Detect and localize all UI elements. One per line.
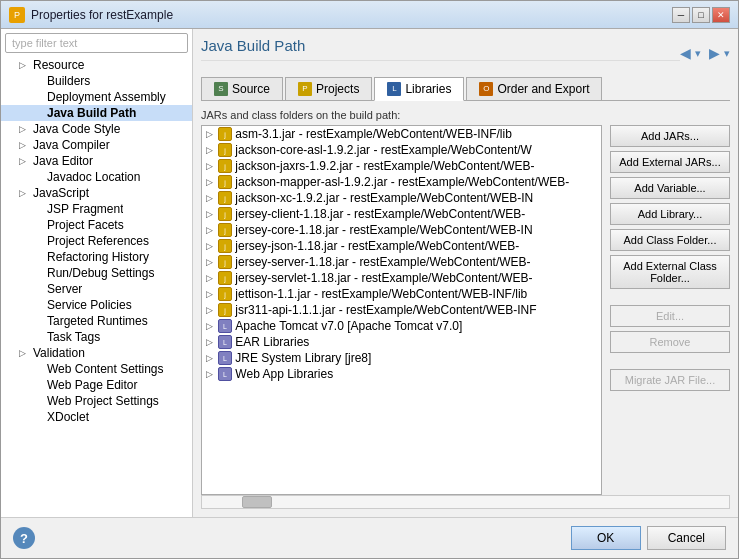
tab-projects[interactable]: P Projects — [285, 77, 372, 100]
maximize-button[interactable]: □ — [692, 7, 710, 23]
libraries-tab-icon: L — [387, 82, 401, 96]
edit-button[interactable]: Edit... — [610, 305, 730, 327]
sidebar-item-java-editor[interactable]: ▷ Java Editor — [1, 153, 192, 169]
tab-order-export[interactable]: O Order and Export — [466, 77, 602, 100]
add-class-folder-button[interactable]: Add Class Folder... — [610, 229, 730, 251]
sidebar-item-java-build-path[interactable]: Java Build Path — [1, 105, 192, 121]
back-arrow[interactable]: ◀ — [680, 45, 691, 61]
sidebar-item-label: JavaScript — [33, 186, 89, 200]
lib-icon: L — [218, 367, 232, 381]
title-bar-icon: P — [9, 7, 25, 23]
tab-projects-label: Projects — [316, 82, 359, 96]
jar-item-label: JRE System Library [jre8] — [235, 351, 371, 365]
sidebar-item-java-compiler[interactable]: ▷ Java Compiler — [1, 137, 192, 153]
sidebar-item-label: Run/Debug Settings — [47, 266, 154, 280]
title-bar: P Properties for restExample ─ □ ✕ — [1, 1, 738, 29]
lib-icon: L — [218, 351, 232, 365]
sidebar-item-task-tags[interactable]: Task Tags — [1, 329, 192, 345]
jar-item-jersey-server[interactable]: ▷ j jersey-server-1.18.jar - restExample… — [202, 254, 601, 270]
jar-item-jersey-json[interactable]: ▷ j jersey-json-1.18.jar - restExample/W… — [202, 238, 601, 254]
tab-source[interactable]: S Source — [201, 77, 283, 100]
expand-arrow: ▷ — [19, 124, 33, 134]
sidebar-item-server[interactable]: Server — [1, 281, 192, 297]
add-external-jars-button[interactable]: Add External JARs... — [610, 151, 730, 173]
expand-icon: ▷ — [206, 209, 218, 219]
jar-icon: j — [218, 303, 232, 317]
horizontal-scrollbar[interactable] — [201, 495, 730, 509]
sidebar-item-label: Server — [47, 282, 82, 296]
sidebar-item-jsp-fragment[interactable]: JSP Fragment — [1, 201, 192, 217]
ok-button[interactable]: OK — [571, 526, 641, 550]
jar-item-tomcat[interactable]: ▷ L Apache Tomcat v7.0 [Apache Tomcat v7… — [202, 318, 601, 334]
sidebar-item-service-policies[interactable]: Service Policies — [1, 297, 192, 313]
back-dropdown[interactable]: ▾ — [695, 47, 701, 60]
jar-item-jersey-client[interactable]: ▷ j jersey-client-1.18.jar - restExample… — [202, 206, 601, 222]
sidebar-item-validation[interactable]: ▷ Validation — [1, 345, 192, 361]
jar-icon: j — [218, 239, 232, 253]
expand-arrow: ▷ — [19, 156, 33, 166]
sidebar-item-targeted-runtimes[interactable]: Targeted Runtimes — [1, 313, 192, 329]
help-button[interactable]: ? — [13, 527, 35, 549]
sidebar-item-javascript[interactable]: ▷ JavaScript — [1, 185, 192, 201]
forward-dropdown[interactable]: ▾ — [724, 47, 730, 60]
jar-item-label: EAR Libraries — [235, 335, 309, 349]
nav-arrows: ◀ ▾ ▶ ▾ — [680, 45, 730, 61]
lib-icon: L — [218, 335, 232, 349]
lib-icon: L — [218, 319, 232, 333]
sidebar-item-web-project-settings[interactable]: Web Project Settings — [1, 393, 192, 409]
expand-icon: ▷ — [206, 129, 218, 139]
sidebar-item-label: Refactoring History — [47, 250, 149, 264]
add-jars-button[interactable]: Add JARs... — [610, 125, 730, 147]
cancel-button[interactable]: Cancel — [647, 526, 726, 550]
jar-item-webapp[interactable]: ▷ L Web App Libraries — [202, 366, 601, 382]
filter-input[interactable] — [5, 33, 188, 53]
jar-item-jsr311[interactable]: ▷ j jsr311-api-1.1.1.jar - restExample/W… — [202, 302, 601, 318]
order-tab-icon: O — [479, 82, 493, 96]
jar-item-label: jersey-client-1.18.jar - restExample/Web… — [235, 207, 525, 221]
sidebar-item-project-facets[interactable]: Project Facets — [1, 217, 192, 233]
add-variable-button[interactable]: Add Variable... — [610, 177, 730, 199]
sidebar-item-label: Project Facets — [47, 218, 124, 232]
tab-libraries[interactable]: L Libraries — [374, 77, 464, 101]
sidebar-item-refactoring-history[interactable]: Refactoring History — [1, 249, 192, 265]
jar-item-jre[interactable]: ▷ L JRE System Library [jre8] — [202, 350, 601, 366]
expand-icon: ▷ — [206, 289, 218, 299]
expand-icon: ▷ — [206, 193, 218, 203]
sidebar-item-web-content-settings[interactable]: Web Content Settings — [1, 361, 192, 377]
forward-arrow[interactable]: ▶ — [709, 45, 720, 61]
sidebar-item-run-debug-settings[interactable]: Run/Debug Settings — [1, 265, 192, 281]
close-button[interactable]: ✕ — [712, 7, 730, 23]
add-external-class-folder-button[interactable]: Add External Class Folder... — [610, 255, 730, 289]
jar-item-label: jersey-servlet-1.18.jar - restExample/We… — [235, 271, 532, 285]
jar-icon: j — [218, 287, 232, 301]
add-library-button[interactable]: Add Library... — [610, 203, 730, 225]
jar-item-label: jersey-json-1.18.jar - restExample/WebCo… — [235, 239, 519, 253]
sidebar-item-label: Java Compiler — [33, 138, 110, 152]
remove-button[interactable]: Remove — [610, 331, 730, 353]
migrate-jar-button[interactable]: Migrate JAR File... — [610, 369, 730, 391]
jar-item-jersey-core[interactable]: ▷ j jersey-core-1.18.jar - restExample/W… — [202, 222, 601, 238]
tabs-container: S Source P Projects L Libraries O Order … — [201, 77, 730, 101]
sidebar-item-resource[interactable]: ▷ Resource — [1, 57, 192, 73]
scrollbar-thumb-h — [242, 496, 272, 508]
jar-item-jettison[interactable]: ▷ j jettison-1.1.jar - restExample/WebCo… — [202, 286, 601, 302]
sidebar-item-xdoclet[interactable]: XDoclet — [1, 409, 192, 425]
sidebar-item-builders[interactable]: Builders — [1, 73, 192, 89]
sidebar-item-deployment-assembly[interactable]: Deployment Assembly — [1, 89, 192, 105]
sidebar-item-project-references[interactable]: Project References — [1, 233, 192, 249]
jar-item-jackson-xc[interactable]: ▷ j jackson-xc-1.9.2.jar - restExample/W… — [202, 190, 601, 206]
jar-list[interactable]: ▷ j asm-3.1.jar - restExample/WebContent… — [201, 125, 602, 495]
sidebar-item-javadoc-location[interactable]: Javadoc Location — [1, 169, 192, 185]
jar-item-ear[interactable]: ▷ L EAR Libraries — [202, 334, 601, 350]
minimize-button[interactable]: ─ — [672, 7, 690, 23]
list-and-buttons: ▷ j asm-3.1.jar - restExample/WebContent… — [201, 125, 730, 495]
sidebar-item-java-code-style[interactable]: ▷ Java Code Style — [1, 121, 192, 137]
jar-item-jackson-mapper[interactable]: ▷ j jackson-mapper-asl-1.9.2.jar - restE… — [202, 174, 601, 190]
jar-item-asm[interactable]: ▷ j asm-3.1.jar - restExample/WebContent… — [202, 126, 601, 142]
sidebar-item-web-page-editor[interactable]: Web Page Editor — [1, 377, 192, 393]
jar-item-jackson-jaxrs[interactable]: ▷ j jackson-jaxrs-1.9.2.jar - restExampl… — [202, 158, 601, 174]
jar-item-jersey-servlet[interactable]: ▷ j jersey-servlet-1.18.jar - restExampl… — [202, 270, 601, 286]
sidebar: ▷ Resource Builders Deployment Assembly … — [1, 29, 193, 517]
sidebar-item-label: Web Content Settings — [47, 362, 164, 376]
jar-item-jackson-core[interactable]: ▷ j jackson-core-asl-1.9.2.jar - restExa… — [202, 142, 601, 158]
